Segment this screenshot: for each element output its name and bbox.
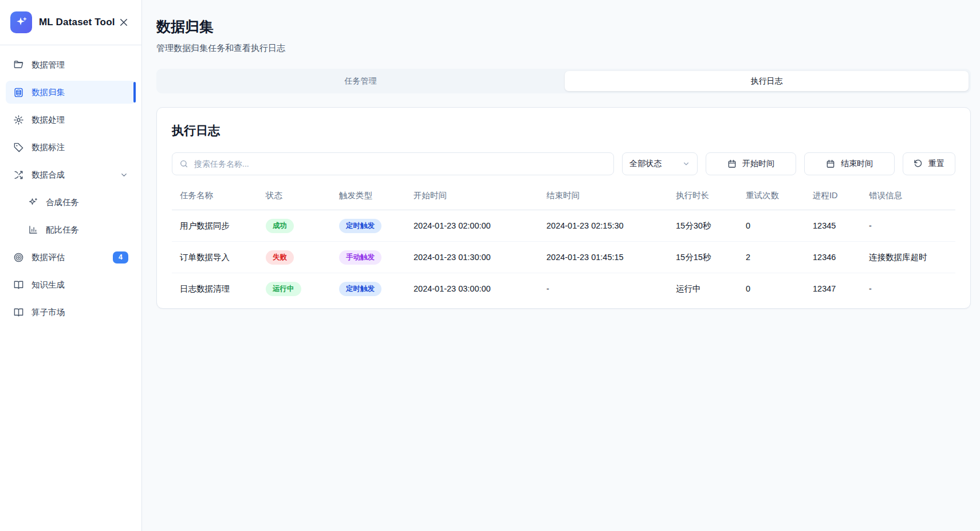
cell-duration: 15分30秒 bbox=[668, 210, 738, 242]
evaluation-count-badge: 4 bbox=[113, 251, 128, 263]
sidebar-item-label: 数据标注 bbox=[32, 142, 65, 153]
sidebar-item-data-evaluation[interactable]: 数据评估 4 bbox=[6, 246, 136, 269]
sidebar-item-label: 数据归集 bbox=[32, 87, 65, 98]
calendar-icon bbox=[727, 159, 737, 168]
app-logo bbox=[10, 11, 32, 33]
status-filter-value: 全部状态 bbox=[629, 159, 662, 169]
end-time-button[interactable]: 结束时间 bbox=[804, 152, 895, 175]
shuffle-icon bbox=[13, 170, 24, 180]
status-badge: 运行中 bbox=[266, 282, 301, 296]
tab-execution-logs[interactable]: 执行日志 bbox=[565, 71, 969, 91]
col-pid: 进程ID bbox=[805, 187, 861, 210]
col-end-time: 结束时间 bbox=[538, 187, 668, 210]
col-error: 错误信息 bbox=[861, 187, 955, 210]
sidebar-item-data-management[interactable]: 数据管理 bbox=[6, 53, 136, 76]
sidebar-item-label: 数据合成 bbox=[32, 170, 65, 180]
sidebar-nav: 数据管理 数据归集 数据处理 数据标注 数据合成 bbox=[0, 45, 141, 531]
cell-error: - bbox=[861, 210, 955, 242]
sidebar-item-data-synthesis[interactable]: 数据合成 bbox=[6, 163, 136, 186]
execution-logs-panel: 执行日志 全部状态 开始时间 bbox=[156, 107, 971, 309]
panel-title: 执行日志 bbox=[172, 123, 955, 139]
chevron-down-icon bbox=[682, 160, 690, 168]
status-badge: 成功 bbox=[266, 219, 294, 233]
col-start-time: 开始时间 bbox=[406, 187, 538, 210]
start-time-label: 开始时间 bbox=[742, 159, 774, 169]
trigger-badge: 手动触发 bbox=[339, 250, 381, 265]
app-title: ML Dataset Tool bbox=[39, 17, 116, 28]
search-box bbox=[172, 152, 614, 175]
tag-icon bbox=[13, 142, 24, 153]
sparkles-logo-icon bbox=[15, 16, 27, 29]
cell-retries: 0 bbox=[738, 273, 805, 305]
cell-end-time: - bbox=[538, 273, 668, 305]
sidebar-item-label: 数据管理 bbox=[32, 60, 65, 70]
sidebar-header: ML Dataset Tool bbox=[0, 0, 141, 45]
cell-duration: 15分15秒 bbox=[668, 242, 738, 273]
cell-error: - bbox=[861, 273, 955, 305]
sidebar-item-knowledge-generation[interactable]: 知识生成 bbox=[6, 273, 136, 296]
sidebar-item-label: 算子市场 bbox=[32, 307, 65, 318]
filter-toolbar: 全部状态 开始时间 结束时间 bbox=[172, 152, 955, 175]
bar-chart-icon bbox=[28, 225, 38, 235]
sidebar-item-data-collection[interactable]: 数据归集 bbox=[6, 81, 136, 104]
main-content: 数据归集 管理数据归集任务和查看执行日志 任务管理 执行日志 执行日志 全部状态 bbox=[142, 0, 980, 531]
cell-duration: 运行中 bbox=[668, 273, 738, 305]
chevron-down-icon bbox=[120, 171, 128, 179]
cell-retries: 2 bbox=[738, 242, 805, 273]
table-row: 订单数据导入 失败 手动触发 2024-01-23 01:30:00 2024-… bbox=[172, 242, 955, 273]
sidebar-item-label: 数据评估 bbox=[32, 252, 65, 263]
sidebar: ML Dataset Tool 数据管理 数据归集 数据处理 bbox=[0, 0, 142, 531]
sidebar-item-data-annotation[interactable]: 数据标注 bbox=[6, 136, 136, 159]
book-open-icon bbox=[13, 280, 24, 290]
cell-pid: 12345 bbox=[805, 210, 861, 242]
sidebar-item-synthesis-task[interactable]: 合成任务 bbox=[6, 191, 136, 214]
status-badge: 失败 bbox=[266, 250, 294, 265]
sidebar-item-label: 知识生成 bbox=[32, 280, 65, 290]
reset-label: 重置 bbox=[928, 159, 944, 169]
page-title: 数据归集 bbox=[156, 17, 971, 36]
table-header-row: 任务名称 状态 触发类型 开始时间 结束时间 执行时长 重试次数 进程ID 错误… bbox=[172, 187, 955, 210]
target-icon bbox=[13, 252, 24, 263]
sidebar-item-operator-market[interactable]: 算子市场 bbox=[6, 301, 136, 324]
book-open-icon bbox=[13, 307, 24, 318]
sidebar-close-button[interactable] bbox=[116, 15, 131, 30]
reset-icon bbox=[914, 159, 923, 168]
cell-task-name: 订单数据导入 bbox=[172, 242, 258, 273]
execution-log-table: 任务名称 状态 触发类型 开始时间 结束时间 执行时长 重试次数 进程ID 错误… bbox=[172, 187, 955, 305]
cell-pid: 12347 bbox=[805, 273, 861, 305]
cell-end-time: 2024-01-23 02:15:30 bbox=[538, 210, 668, 242]
trigger-badge: 定时触发 bbox=[339, 282, 381, 296]
cell-end-time: 2024-01-23 01:45:15 bbox=[538, 242, 668, 273]
col-duration: 执行时长 bbox=[668, 187, 738, 210]
cell-pid: 12346 bbox=[805, 242, 861, 273]
sparkles-icon bbox=[28, 197, 38, 207]
cell-retries: 0 bbox=[738, 210, 805, 242]
calendar-icon bbox=[826, 159, 835, 168]
sidebar-item-ratio-task[interactable]: 配比任务 bbox=[6, 218, 136, 241]
col-trigger-type: 触发类型 bbox=[331, 187, 406, 210]
start-time-button[interactable]: 开始时间 bbox=[706, 152, 796, 175]
tab-task-management[interactable]: 任务管理 bbox=[159, 71, 562, 91]
cell-task-name: 用户数据同步 bbox=[172, 210, 258, 242]
reset-button[interactable]: 重置 bbox=[903, 152, 955, 175]
search-icon bbox=[179, 159, 188, 168]
table-row: 用户数据同步 成功 定时触发 2024-01-23 02:00:00 2024-… bbox=[172, 210, 955, 242]
col-task-name: 任务名称 bbox=[172, 187, 258, 210]
sidebar-item-label: 配比任务 bbox=[46, 225, 79, 235]
trigger-badge: 定时触发 bbox=[339, 219, 381, 233]
cell-error: 连接数据库超时 bbox=[861, 242, 955, 273]
cell-task-name: 日志数据清理 bbox=[172, 273, 258, 305]
status-filter-select[interactable]: 全部状态 bbox=[622, 152, 698, 175]
search-input[interactable] bbox=[172, 152, 614, 175]
col-retries: 重试次数 bbox=[738, 187, 805, 210]
sidebar-item-data-processing[interactable]: 数据处理 bbox=[6, 108, 136, 131]
end-time-label: 结束时间 bbox=[841, 159, 873, 169]
database-icon bbox=[13, 87, 24, 98]
table-row: 日志数据清理 运行中 定时触发 2024-01-23 03:00:00 - 运行… bbox=[172, 273, 955, 305]
cell-start-time: 2024-01-23 02:00:00 bbox=[406, 210, 538, 242]
folder-icon bbox=[13, 60, 24, 70]
col-status: 状态 bbox=[258, 187, 331, 210]
tab-bar: 任务管理 执行日志 bbox=[156, 69, 971, 93]
close-icon bbox=[119, 17, 129, 27]
page-subtitle: 管理数据归集任务和查看执行日志 bbox=[156, 43, 971, 54]
